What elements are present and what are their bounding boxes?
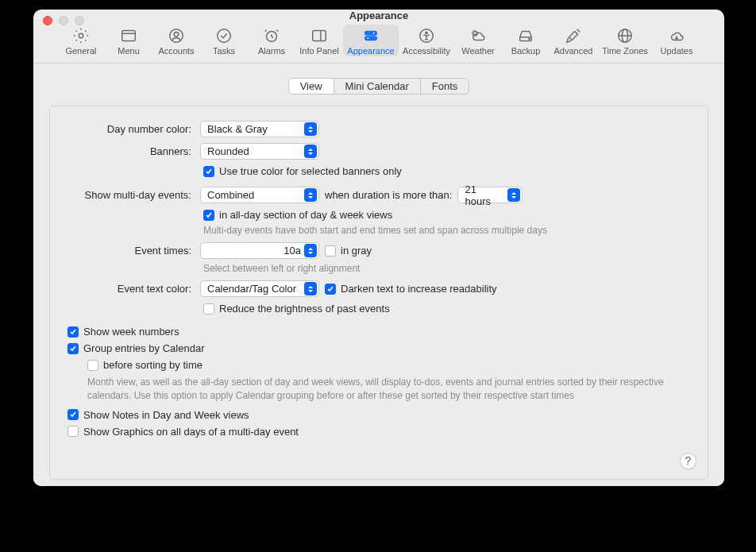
checkbox-week-numbers[interactable]: Show week numbers [68, 326, 179, 338]
label-multi-day: Show multi-day events: [68, 189, 195, 201]
select-day-number-color[interactable]: Black & Gray [200, 121, 319, 137]
menubar-icon [118, 27, 139, 44]
subtab-mini-calendar[interactable]: Mini Calendar [334, 79, 420, 94]
subtab-view[interactable]: View [289, 79, 334, 94]
chevron-updown-icon [304, 282, 317, 295]
label-event-text-color: Event text color: [68, 283, 195, 295]
label-day-number-color: Day number color: [68, 123, 195, 135]
checkbox-true-color[interactable]: Use true color for selected banners only [203, 165, 402, 177]
titlebar: Appearance [33, 10, 724, 21]
select-event-text-color[interactable]: Calendar/Tag Color [200, 280, 319, 297]
tab-advanced[interactable]: Advanced [550, 25, 597, 56]
checkbox-show-notes[interactable]: Show Notes in Day and Week views [68, 409, 249, 421]
globe-icon [615, 27, 635, 44]
tab-general[interactable]: General [57, 25, 105, 56]
tab-time-zones[interactable]: Time Zones [597, 25, 653, 56]
select-duration[interactable]: 21 hours [457, 187, 523, 203]
checkbox-show-graphics[interactable]: Show Graphics on all days of a multi-day… [68, 426, 299, 438]
checkbox-reduce-brightness[interactable]: Reduce the brightness of past events [203, 303, 390, 315]
tab-accounts[interactable]: Accounts [152, 25, 200, 56]
svg-point-4 [174, 32, 179, 37]
select-banners[interactable]: Rounded [200, 143, 319, 160]
chevron-updown-icon [304, 145, 317, 158]
tab-backup[interactable]: Backup [502, 25, 550, 56]
preferences-toolbar: General Menu Accounts Tasks Alarms [33, 21, 724, 64]
label-event-times: Event times: [68, 245, 195, 257]
alarm-icon [261, 27, 282, 44]
label-when-duration: when duration is more than: [325, 189, 452, 201]
svg-point-12 [367, 37, 370, 40]
zoom-icon[interactable] [75, 16, 84, 25]
svg-point-0 [79, 33, 83, 38]
checkbox-darken-text[interactable]: Darken text to increase readability [325, 283, 497, 295]
chevron-updown-icon [304, 188, 317, 202]
tab-alarms[interactable]: Alarms [248, 25, 295, 56]
checkbox-group-entries[interactable]: Group entries by Calendar [68, 342, 204, 354]
tab-updates[interactable]: Updates [653, 25, 700, 56]
checkbox-in-gray[interactable]: in gray [325, 245, 372, 257]
svg-point-5 [218, 29, 231, 43]
subtab-fonts[interactable]: Fonts [420, 79, 469, 94]
toggles-icon [361, 27, 381, 44]
hint-group-entries: Month view, as well as the all-day secti… [87, 376, 690, 403]
accessibility-icon [416, 27, 437, 44]
tab-accessibility[interactable]: Accessibility [399, 25, 454, 56]
hint-multi-day: Multi-day events have both start and end… [203, 225, 690, 236]
chevron-updown-icon [507, 188, 520, 202]
content-area: View Mini Calendar Fonts Day number colo… [33, 64, 724, 486]
tab-weather[interactable]: Weather [454, 25, 502, 56]
checkbox-in-all-day[interactable]: in all-day section of day & week views [203, 209, 392, 221]
cloud-download-icon [666, 27, 687, 44]
account-icon [166, 27, 187, 44]
svg-rect-1 [122, 31, 136, 41]
settings-panel: Day number color: Black & Gray Banners: … [49, 106, 708, 480]
svg-point-17 [529, 38, 530, 39]
help-button[interactable]: ? [680, 453, 696, 469]
subtab-segmented: View Mini Calendar Fonts [288, 78, 470, 95]
chevron-updown-icon [304, 122, 317, 136]
hard-drive-icon [515, 27, 536, 44]
label-banners: Banners: [68, 145, 195, 157]
tab-info-panel[interactable]: Info Panel [295, 25, 343, 56]
tools-icon [563, 27, 584, 44]
checkmark-circle-icon [214, 27, 234, 44]
minimize-icon[interactable] [59, 16, 68, 25]
split-panel-icon [309, 27, 330, 44]
close-icon[interactable] [43, 16, 52, 25]
select-event-times[interactable]: 10a [200, 242, 319, 259]
checkbox-before-sorting[interactable]: before sorting by time [87, 359, 202, 371]
chevron-updown-icon [304, 244, 317, 257]
hint-event-times: Select between left or right alignment [203, 263, 690, 274]
select-multi-day[interactable]: Combined [200, 187, 319, 203]
gear-icon [71, 27, 91, 44]
svg-point-10 [372, 32, 376, 35]
tab-appearance[interactable]: Appearance [343, 25, 399, 56]
preferences-window: Appearance General Menu Accounts Tasks [33, 10, 724, 486]
window-controls [43, 16, 84, 25]
tab-menu[interactable]: Menu [105, 25, 152, 56]
svg-rect-7 [313, 31, 326, 41]
window-title: Appearance [349, 10, 408, 21]
svg-point-14 [426, 32, 427, 33]
tab-tasks[interactable]: Tasks [200, 25, 248, 56]
cloud-sun-icon [468, 27, 488, 44]
